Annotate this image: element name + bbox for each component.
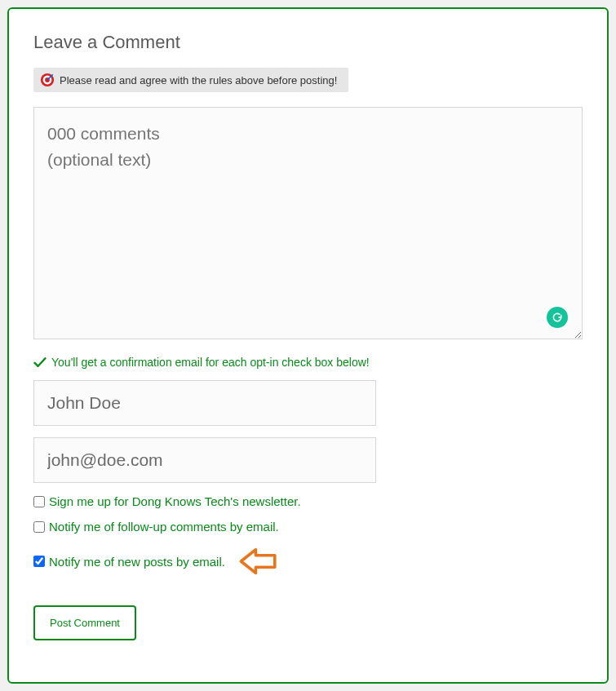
post-comment-button[interactable]: Post Comment: [33, 605, 136, 640]
newposts-label[interactable]: Notify me of new posts by email.: [49, 555, 225, 569]
comment-textarea[interactable]: [33, 107, 583, 339]
newsletter-label[interactable]: Sign me up for Dong Knows Tech's newslet…: [49, 494, 301, 508]
newsletter-checkbox[interactable]: [33, 496, 45, 507]
form-heading: Leave a Comment: [33, 32, 583, 53]
confirmation-info: You'll get a confirmation email for each…: [33, 356, 583, 369]
rules-notice: Please read and agree with the rules abo…: [33, 68, 348, 92]
confirmation-info-text: You'll get a confirmation email for each…: [51, 356, 370, 369]
target-icon: [40, 73, 55, 87]
email-input[interactable]: [33, 437, 376, 483]
grammarly-icon[interactable]: [547, 307, 568, 328]
name-input[interactable]: [33, 380, 376, 426]
annotation-arrow-icon: [237, 545, 281, 578]
checkmark-icon: [33, 356, 47, 369]
followup-label[interactable]: Notify me of follow-up comments by email…: [49, 520, 279, 534]
comment-form-panel: Leave a Comment Please read and agree wi…: [7, 7, 609, 684]
rules-notice-text: Please read and agree with the rules abo…: [60, 74, 337, 86]
newposts-checkbox[interactable]: [33, 556, 45, 567]
followup-checkbox[interactable]: [33, 521, 45, 533]
